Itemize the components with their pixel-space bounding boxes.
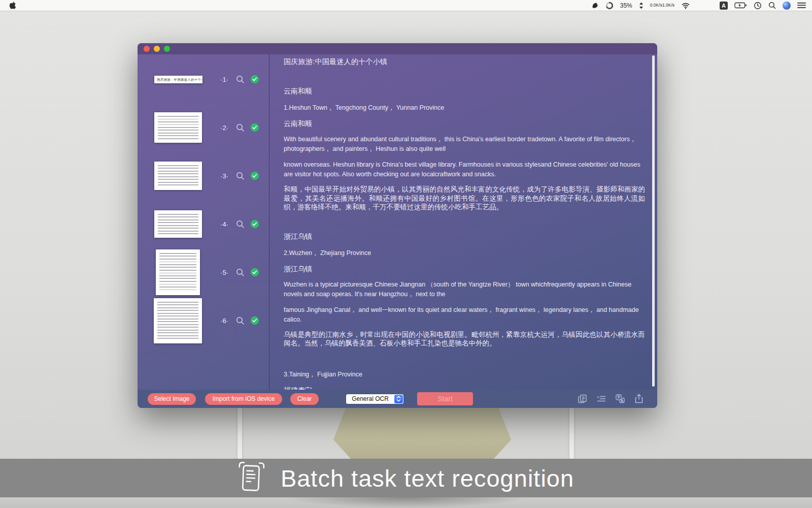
minimize-window-button[interactable] (154, 46, 160, 52)
ocr-line: 1.Heshun Town， Tengchong County， Yunnan … (284, 104, 645, 112)
text-scrollbar[interactable] (652, 55, 655, 387)
recognized-check-icon (250, 316, 259, 325)
select-image-button[interactable]: Select Image (148, 393, 196, 405)
net-down-text: 1.0K/s (662, 3, 674, 8)
caption-banner: Batch task text recognition (0, 459, 812, 497)
easel-leg (569, 408, 574, 459)
ocr-heading: 云南和顺 (284, 119, 645, 129)
image-4-meta: ·4· (218, 219, 259, 229)
ocr-mode-value: General OCR (346, 395, 394, 402)
zoom-window-button[interactable] (164, 46, 170, 52)
image-thumbnail-3[interactable] (154, 162, 202, 190)
updown-arrows-icon[interactable] (639, 2, 644, 9)
caption-text: Batch task text recognition (281, 464, 574, 492)
image-3-index: ·3· (218, 172, 231, 180)
assistant-sphere-icon[interactable] (783, 2, 791, 10)
desktop-background: 35% 0.0K/s 1.0K/s A (0, 0, 812, 508)
image-list-sidebar: 国庆旅游：中国最迷人的十个小镇 ·1· (138, 54, 269, 390)
image-1-meta: ·1· (218, 74, 259, 84)
image-5-index: ·5· (218, 269, 231, 276)
translate-icon[interactable] (615, 394, 625, 404)
share-export-icon[interactable] (634, 394, 644, 404)
image-3-meta: ·3· (218, 171, 259, 181)
thumbnail-text-lines (159, 253, 196, 292)
wifi-icon[interactable] (681, 2, 690, 9)
menu-bar: 35% 0.0K/s 1.0K/s A (0, 0, 812, 11)
import-ios-button[interactable]: Import from iOS device (205, 393, 282, 405)
image-4-index: ·4· (218, 220, 231, 228)
status-app-icon[interactable] (591, 2, 599, 9)
network-speed-text[interactable]: 0.0K/s 1.0K/s (650, 3, 674, 8)
recognized-check-icon (250, 171, 259, 180)
apple-menu-icon[interactable] (9, 1, 16, 10)
scan-document-icon (238, 461, 265, 495)
ocr-paragraph: famous Jinghang Canal， and well一known fo… (284, 305, 645, 325)
clear-button[interactable]: Clear (290, 393, 319, 405)
preview-magnifier-icon[interactable] (236, 123, 245, 132)
close-window-button[interactable] (144, 46, 150, 52)
ocr-paragraph: Wuzhen is a typical picturesque Chinese … (284, 280, 645, 299)
preview-magnifier-icon[interactable] (236, 316, 245, 325)
thumbnail-text-lines (158, 165, 198, 187)
ocr-heading: 浙江乌镇 (284, 232, 645, 241)
thumbnail-text-lines (157, 302, 198, 340)
image-6-index: ·6· (218, 317, 231, 325)
dropdown-stepper-icon (394, 395, 403, 403)
toolbar-icon-group (578, 394, 644, 404)
image-5-meta: ·5· (218, 267, 259, 277)
window-titlebar[interactable] (138, 43, 657, 54)
image-thumbnail-1[interactable]: 国庆旅游：中国最迷人的十个小镇 (154, 76, 202, 83)
image-1-index: ·1· (218, 76, 231, 83)
window-content: 国庆旅游：中国最迷人的十个小镇 ·1· (138, 54, 657, 390)
battery-percent-text[interactable]: 35% (620, 2, 632, 9)
start-button[interactable]: Start (417, 392, 473, 405)
preview-magnifier-icon[interactable] (236, 220, 245, 229)
image-thumbnail-5[interactable] (156, 249, 200, 295)
list-view-icon[interactable] (596, 394, 606, 404)
bottom-toolbar: Select Image Import from iOS device Clea… (138, 390, 657, 408)
spotlight-search-icon[interactable] (768, 2, 776, 9)
ocr-line: 2.Wuzhen， Zhejiang Province (284, 249, 645, 258)
image-thumbnail-2[interactable] (154, 112, 202, 143)
ocr-heading: 浙江乌镇 (284, 265, 645, 274)
copy-text-icon[interactable] (578, 394, 588, 404)
ocr-paragraph: known overseas. Heshun library is China'… (284, 160, 645, 179)
thumbnail-text-lines (158, 214, 198, 235)
recognized-check-icon (250, 75, 259, 84)
ocr-result-pane: 国庆旅游:中国最迷人的十个小镇 云南和顺 1.Heshun Town， Teng… (269, 54, 657, 390)
ocr-heading: 福建泰宁 (284, 386, 645, 390)
image-thumbnail-6[interactable] (154, 298, 202, 343)
ocr-mode-dropdown[interactable]: General OCR (346, 394, 403, 404)
ocr-heading: 云南和顺 (284, 87, 645, 96)
image-6-meta: ·6· (218, 315, 259, 326)
net-up-text: 0.0K/s (650, 3, 662, 8)
notification-list-icon[interactable] (797, 2, 806, 9)
image-thumbnail-4[interactable] (154, 210, 202, 238)
easel-leg (238, 408, 242, 459)
ocr-app-window: 国庆旅游：中国最迷人的十个小镇 ·1· (138, 43, 657, 408)
image-2-meta: ·2· (218, 122, 259, 133)
ocr-paragraph-cn: 和顺，中国最早开始对外贸易的小镇，以其秀丽的自然风光和丰富的文化传统，成为了许多… (284, 185, 645, 212)
ocr-doc-title: 国庆旅游:中国最迷人的十个小镇 (284, 57, 645, 67)
ocr-line: 3.Taining， Fujjian Province (284, 370, 645, 379)
recognized-check-icon (250, 123, 259, 132)
input-source-badge[interactable]: A (720, 2, 728, 10)
thumbnail-1-text: 国庆旅游：中国最迷人的十个小镇 (154, 76, 202, 82)
recognized-check-icon (250, 268, 259, 277)
floor-shadow (284, 497, 528, 508)
easel-canvas (333, 408, 511, 459)
preview-magnifier-icon[interactable] (236, 75, 245, 84)
battery-icon[interactable] (734, 2, 747, 9)
ocr-paragraph-cn: 乌镇是典型的江南水乡，时常出现在中国的小说和电视剧里。毗邻杭州，紧靠京杭大运河，… (284, 330, 645, 348)
clock-icon[interactable] (754, 2, 762, 10)
image-2-index: ·2· (218, 124, 231, 132)
thumbnail-text-lines (158, 116, 198, 140)
recognized-check-icon (250, 219, 259, 229)
preview-magnifier-icon[interactable] (236, 268, 245, 277)
loading-ring-icon[interactable] (605, 2, 614, 10)
ocr-paragraph: With beautiful scenery and abundant cult… (284, 135, 645, 154)
preview-magnifier-icon[interactable] (236, 172, 245, 180)
